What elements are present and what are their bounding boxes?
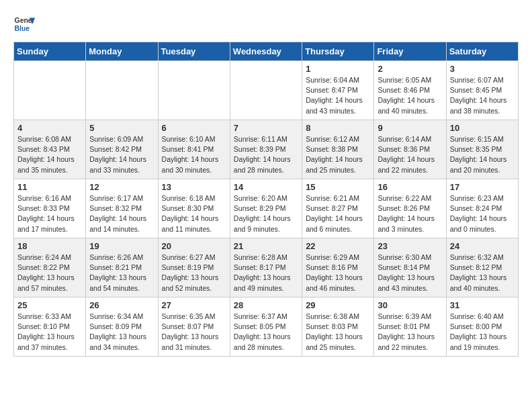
- weekday-header: Sunday: [14, 42, 86, 61]
- day-number: 12: [89, 182, 154, 192]
- day-number: 29: [306, 300, 370, 310]
- day-info: Sunrise: 6:15 AM Sunset: 8:35 PM Dayligh…: [450, 134, 515, 175]
- calendar-cell: 18Sunrise: 6:24 AM Sunset: 8:22 PM Dayli…: [14, 238, 86, 298]
- day-number: 28: [234, 300, 298, 310]
- day-info: Sunrise: 6:14 AM Sunset: 8:36 PM Dayligh…: [378, 134, 442, 175]
- calendar-cell: 1Sunrise: 6:04 AM Sunset: 8:47 PM Daylig…: [302, 61, 374, 120]
- calendar-cell: 22Sunrise: 6:29 AM Sunset: 8:16 PM Dayli…: [302, 238, 374, 298]
- day-info: Sunrise: 6:18 AM Sunset: 8:30 PM Dayligh…: [162, 193, 226, 234]
- day-info: Sunrise: 6:34 AM Sunset: 8:09 PM Dayligh…: [89, 312, 154, 353]
- day-info: Sunrise: 6:17 AM Sunset: 8:32 PM Dayligh…: [89, 193, 154, 234]
- day-number: 4: [17, 123, 82, 133]
- weekday-header: Wednesday: [230, 42, 302, 61]
- day-number: 24: [450, 241, 515, 251]
- calendar-cell: 7Sunrise: 6:11 AM Sunset: 8:39 PM Daylig…: [230, 120, 302, 179]
- calendar-cell: 21Sunrise: 6:28 AM Sunset: 8:17 PM Dayli…: [230, 238, 302, 298]
- weekday-header: Monday: [86, 42, 158, 61]
- calendar-cell: 19Sunrise: 6:26 AM Sunset: 8:21 PM Dayli…: [86, 238, 158, 298]
- day-number: 5: [89, 123, 154, 133]
- calendar-cell: 30Sunrise: 6:39 AM Sunset: 8:01 PM Dayli…: [374, 298, 446, 357]
- weekday-header: Thursday: [302, 42, 374, 61]
- day-info: Sunrise: 6:40 AM Sunset: 8:00 PM Dayligh…: [450, 312, 515, 353]
- day-info: Sunrise: 6:35 AM Sunset: 8:07 PM Dayligh…: [162, 312, 226, 353]
- calendar-cell: 29Sunrise: 6:38 AM Sunset: 8:03 PM Dayli…: [302, 298, 374, 357]
- calendar-cell: 24Sunrise: 6:32 AM Sunset: 8:12 PM Dayli…: [446, 238, 518, 298]
- calendar-table: SundayMondayTuesdayWednesdayThursdayFrid…: [13, 42, 519, 357]
- day-number: 3: [450, 64, 515, 74]
- day-info: Sunrise: 6:20 AM Sunset: 8:29 PM Dayligh…: [234, 193, 298, 234]
- calendar-cell: [14, 61, 86, 120]
- day-info: Sunrise: 6:05 AM Sunset: 8:46 PM Dayligh…: [378, 75, 442, 116]
- day-number: 15: [306, 182, 370, 192]
- day-info: Sunrise: 6:24 AM Sunset: 8:22 PM Dayligh…: [17, 253, 82, 293]
- day-number: 16: [378, 182, 442, 192]
- day-number: 9: [378, 123, 442, 133]
- day-info: Sunrise: 6:30 AM Sunset: 8:14 PM Dayligh…: [378, 253, 442, 293]
- calendar-cell: 28Sunrise: 6:37 AM Sunset: 8:05 PM Dayli…: [230, 298, 302, 357]
- day-info: Sunrise: 6:12 AM Sunset: 8:38 PM Dayligh…: [306, 134, 370, 175]
- calendar-cell: 9Sunrise: 6:14 AM Sunset: 8:36 PM Daylig…: [374, 120, 446, 179]
- calendar-cell: 6Sunrise: 6:10 AM Sunset: 8:41 PM Daylig…: [158, 120, 230, 179]
- day-info: Sunrise: 6:39 AM Sunset: 8:01 PM Dayligh…: [378, 312, 442, 353]
- day-info: Sunrise: 6:29 AM Sunset: 8:16 PM Dayligh…: [306, 253, 370, 293]
- day-number: 1: [306, 64, 370, 74]
- day-info: Sunrise: 6:28 AM Sunset: 8:17 PM Dayligh…: [234, 253, 298, 293]
- day-number: 7: [234, 123, 298, 133]
- calendar-cell: 27Sunrise: 6:35 AM Sunset: 8:07 PM Dayli…: [158, 298, 230, 357]
- day-number: 23: [378, 241, 442, 251]
- day-info: Sunrise: 6:23 AM Sunset: 8:24 PM Dayligh…: [450, 193, 515, 234]
- day-number: 2: [378, 64, 442, 74]
- weekday-header: Saturday: [446, 42, 518, 61]
- day-info: Sunrise: 6:38 AM Sunset: 8:03 PM Dayligh…: [306, 312, 370, 353]
- day-number: 31: [450, 300, 515, 310]
- calendar-cell: 20Sunrise: 6:27 AM Sunset: 8:19 PM Dayli…: [158, 238, 230, 298]
- calendar-cell: 15Sunrise: 6:21 AM Sunset: 8:27 PM Dayli…: [302, 179, 374, 238]
- calendar-cell: 26Sunrise: 6:34 AM Sunset: 8:09 PM Dayli…: [86, 298, 158, 357]
- calendar-cell: 31Sunrise: 6:40 AM Sunset: 8:00 PM Dayli…: [446, 298, 518, 357]
- day-info: Sunrise: 6:09 AM Sunset: 8:42 PM Dayligh…: [89, 134, 154, 175]
- calendar-cell: 2Sunrise: 6:05 AM Sunset: 8:46 PM Daylig…: [374, 61, 446, 120]
- calendar-cell: [86, 61, 158, 120]
- day-number: 14: [234, 182, 298, 192]
- calendar-cell: 5Sunrise: 6:09 AM Sunset: 8:42 PM Daylig…: [86, 120, 158, 179]
- day-info: Sunrise: 6:33 AM Sunset: 8:10 PM Dayligh…: [17, 312, 82, 353]
- calendar-cell: 17Sunrise: 6:23 AM Sunset: 8:24 PM Dayli…: [446, 179, 518, 238]
- calendar-cell: 11Sunrise: 6:16 AM Sunset: 8:33 PM Dayli…: [14, 179, 86, 238]
- calendar-cell: 8Sunrise: 6:12 AM Sunset: 8:38 PM Daylig…: [302, 120, 374, 179]
- day-number: 30: [378, 300, 442, 310]
- day-number: 17: [450, 182, 515, 192]
- day-number: 13: [162, 182, 226, 192]
- day-info: Sunrise: 6:11 AM Sunset: 8:39 PM Dayligh…: [234, 134, 298, 175]
- day-number: 26: [89, 300, 154, 310]
- calendar-header: SundayMondayTuesdayWednesdayThursdayFrid…: [14, 42, 519, 61]
- day-info: Sunrise: 6:22 AM Sunset: 8:26 PM Dayligh…: [378, 193, 442, 234]
- day-number: 27: [162, 300, 226, 310]
- day-number: 10: [450, 123, 515, 133]
- day-number: 8: [306, 123, 370, 133]
- day-info: Sunrise: 6:16 AM Sunset: 8:33 PM Dayligh…: [17, 193, 82, 234]
- day-info: Sunrise: 6:21 AM Sunset: 8:27 PM Dayligh…: [306, 193, 370, 234]
- day-info: Sunrise: 6:32 AM Sunset: 8:12 PM Dayligh…: [450, 253, 515, 293]
- day-info: Sunrise: 6:07 AM Sunset: 8:45 PM Dayligh…: [450, 75, 515, 116]
- day-info: Sunrise: 6:26 AM Sunset: 8:21 PM Dayligh…: [89, 253, 154, 293]
- day-info: Sunrise: 6:04 AM Sunset: 8:47 PM Dayligh…: [306, 75, 370, 116]
- day-number: 21: [234, 241, 298, 251]
- calendar-cell: [158, 61, 230, 120]
- calendar-cell: 14Sunrise: 6:20 AM Sunset: 8:29 PM Dayli…: [230, 179, 302, 238]
- day-number: 19: [89, 241, 154, 251]
- calendar-cell: 4Sunrise: 6:08 AM Sunset: 8:43 PM Daylig…: [14, 120, 86, 179]
- logo: General Blue: [13, 13, 35, 35]
- day-info: Sunrise: 6:37 AM Sunset: 8:05 PM Dayligh…: [234, 312, 298, 353]
- calendar-cell: 10Sunrise: 6:15 AM Sunset: 8:35 PM Dayli…: [446, 120, 518, 179]
- calendar-cell: 3Sunrise: 6:07 AM Sunset: 8:45 PM Daylig…: [446, 61, 518, 120]
- day-info: Sunrise: 6:10 AM Sunset: 8:41 PM Dayligh…: [162, 134, 226, 175]
- day-number: 22: [306, 241, 370, 251]
- day-number: 25: [17, 300, 82, 310]
- calendar-cell: 12Sunrise: 6:17 AM Sunset: 8:32 PM Dayli…: [86, 179, 158, 238]
- calendar-cell: 23Sunrise: 6:30 AM Sunset: 8:14 PM Dayli…: [374, 238, 446, 298]
- calendar-cell: 16Sunrise: 6:22 AM Sunset: 8:26 PM Dayli…: [374, 179, 446, 238]
- calendar-cell: 13Sunrise: 6:18 AM Sunset: 8:30 PM Dayli…: [158, 179, 230, 238]
- day-number: 20: [162, 241, 226, 251]
- weekday-header: Tuesday: [158, 42, 230, 61]
- logo-icon: General Blue: [13, 13, 35, 35]
